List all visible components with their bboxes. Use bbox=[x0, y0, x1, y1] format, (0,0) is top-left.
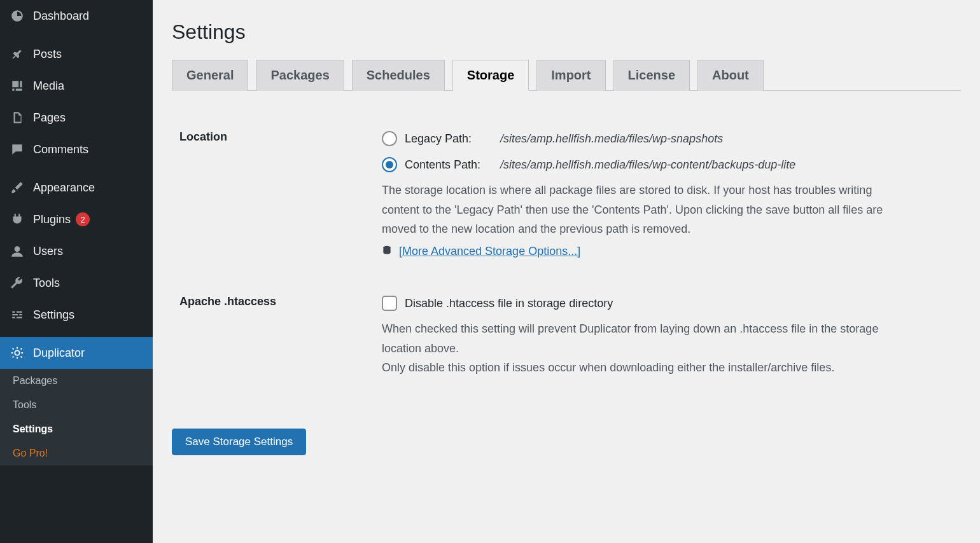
location-label: Location bbox=[172, 129, 382, 144]
sidebar-item-media[interactable]: Media bbox=[0, 70, 153, 102]
plugin-icon bbox=[9, 211, 25, 228]
sliders-icon bbox=[9, 306, 25, 323]
comments-icon bbox=[9, 141, 25, 158]
sidebar-item-tools[interactable]: Tools bbox=[0, 267, 153, 299]
disable-htaccess-label: Disable .htaccess file in storage direct… bbox=[405, 294, 613, 313]
wrench-icon bbox=[9, 275, 25, 291]
sidebar-label: Settings bbox=[33, 308, 74, 322]
tab-packages[interactable]: Packages bbox=[256, 60, 344, 91]
pin-icon bbox=[9, 46, 25, 62]
sidebar-label: Tools bbox=[33, 277, 60, 290]
sidebar-label: Users bbox=[33, 245, 63, 258]
sidebar-label: Pages bbox=[33, 111, 66, 125]
admin-sidebar: Dashboard Posts Media Pages Comments bbox=[0, 0, 153, 543]
tab-storage[interactable]: Storage bbox=[452, 60, 529, 91]
location-description: The storage location is where all packag… bbox=[382, 181, 904, 239]
main-content: Settings General Packages Schedules Stor… bbox=[153, 0, 980, 543]
legacy-path-label: Legacy Path: bbox=[405, 129, 494, 149]
htaccess-desc-1: When checked this setting will prevent D… bbox=[382, 319, 904, 358]
sidebar-item-appearance[interactable]: Appearance bbox=[0, 172, 153, 203]
sidebar-item-duplicator[interactable]: Duplicator bbox=[0, 337, 153, 369]
legacy-path-value: /sites/amp.hellfish.media/files/wp-snaps… bbox=[500, 129, 723, 149]
sidebar-item-comments[interactable]: Comments bbox=[0, 134, 153, 165]
sidebar-label: Plugins bbox=[33, 213, 71, 226]
plugins-update-badge: 2 bbox=[76, 212, 90, 226]
tab-general[interactable]: General bbox=[172, 60, 248, 91]
more-storage-options-link[interactable]: [More Advanced Storage Options...] bbox=[399, 245, 580, 258]
contents-path-value: /sites/amp.hellfish.media/files/wp-conte… bbox=[500, 155, 795, 175]
sidebar-item-settings[interactable]: Settings bbox=[0, 299, 153, 331]
sidebar-label: Dashboard bbox=[33, 10, 89, 23]
page-title: Settings bbox=[172, 20, 961, 44]
duplicator-icon bbox=[9, 345, 25, 361]
user-icon bbox=[9, 243, 25, 259]
sidebar-item-users[interactable]: Users bbox=[0, 235, 153, 267]
sidebar-label: Comments bbox=[33, 143, 88, 156]
sidebar-sub-settings[interactable]: Settings bbox=[0, 417, 153, 441]
database-icon bbox=[382, 242, 392, 262]
settings-tabs: General Packages Schedules Storage Impor… bbox=[172, 59, 961, 91]
htaccess-desc-2: Only disable this option if issues occur… bbox=[382, 358, 904, 378]
pages-icon bbox=[9, 109, 25, 126]
sidebar-sub-packages[interactable]: Packages bbox=[0, 369, 153, 393]
tab-import[interactable]: Import bbox=[536, 60, 605, 91]
dashboard-icon bbox=[9, 8, 25, 24]
sidebar-item-posts[interactable]: Posts bbox=[0, 38, 153, 70]
sidebar-label: Duplicator bbox=[33, 347, 85, 360]
tab-license[interactable]: License bbox=[613, 60, 690, 91]
htaccess-label: Apache .htaccess bbox=[172, 294, 382, 308]
tab-about[interactable]: About bbox=[697, 60, 764, 91]
sidebar-item-dashboard[interactable]: Dashboard bbox=[0, 0, 153, 32]
sidebar-sub-gopro[interactable]: Go Pro! bbox=[0, 441, 153, 465]
save-storage-settings-button[interactable]: Save Storage Settings bbox=[172, 429, 306, 455]
contents-path-radio[interactable] bbox=[382, 157, 397, 172]
sidebar-sub-tools[interactable]: Tools bbox=[0, 393, 153, 417]
media-icon bbox=[9, 78, 25, 94]
svg-point-0 bbox=[15, 246, 20, 252]
brush-icon bbox=[9, 179, 25, 196]
sidebar-label: Appearance bbox=[33, 181, 95, 195]
sidebar-label: Media bbox=[33, 79, 64, 93]
tab-schedules[interactable]: Schedules bbox=[352, 60, 445, 91]
contents-path-label: Contents Path: bbox=[405, 155, 494, 175]
disable-htaccess-checkbox[interactable] bbox=[382, 296, 397, 311]
sidebar-label: Posts bbox=[33, 48, 62, 61]
sidebar-item-plugins[interactable]: Plugins 2 bbox=[0, 203, 153, 235]
svg-point-1 bbox=[15, 350, 19, 355]
legacy-path-radio[interactable] bbox=[382, 131, 397, 146]
sidebar-item-pages[interactable]: Pages bbox=[0, 102, 153, 134]
